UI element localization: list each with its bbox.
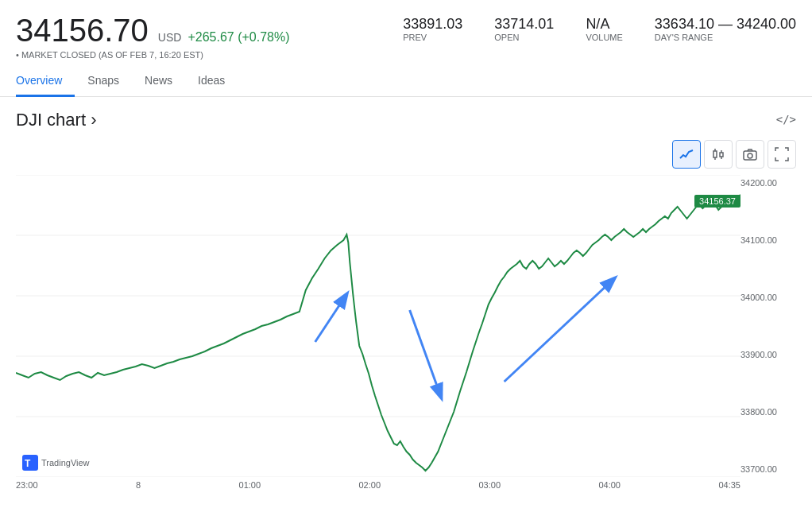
currency-label: USD: [158, 31, 182, 44]
stat-open: 33714.01 OPEN: [494, 16, 554, 42]
stat-prev: 33891.03 PREV: [403, 16, 462, 42]
chart-title[interactable]: DJI chart ›: [16, 110, 796, 130]
y-label-6: 33700.00: [740, 464, 796, 474]
stat-range-value: 33634.10 — 34240.00: [655, 16, 796, 33]
screenshot-button[interactable]: [736, 140, 764, 169]
svg-line-17: [505, 278, 615, 382]
candlestick-button[interactable]: [704, 140, 733, 169]
tab-snaps[interactable]: Snaps: [75, 66, 132, 97]
stat-range: 33634.10 — 34240.00 DAY'S RANGE: [655, 16, 796, 42]
svg-point-7: [748, 153, 752, 158]
stat-open-value: 33714.01: [494, 16, 554, 33]
stat-prev-value: 33891.03: [403, 16, 462, 33]
y-label-3: 34000.00: [740, 293, 796, 302]
candlestick-icon: [711, 147, 725, 161]
stat-volume-label: VOLUME: [586, 33, 622, 42]
chart-container: 34200.00 34100.00 34000.00 33900.00 3380…: [16, 175, 796, 477]
x-label-5: 03:00: [478, 480, 501, 490]
chart-svg: [16, 175, 740, 477]
x-label-3: 01:00: [239, 480, 261, 490]
chart-toolbar: [16, 140, 796, 169]
main-price: 34156.70: [16, 13, 149, 48]
tradingview-badge: T TradingView: [22, 455, 90, 471]
stat-volume: N/A VOLUME: [586, 16, 622, 42]
tab-news[interactable]: News: [132, 66, 185, 97]
y-label-5: 33800.00: [740, 407, 796, 417]
stat-prev-label: PREV: [403, 33, 462, 42]
nav-tabs: Overview Snaps News Ideas: [0, 66, 812, 97]
x-label-1: 23:00: [16, 480, 38, 490]
x-label-7: 04:35: [718, 480, 740, 490]
stat-open-label: OPEN: [494, 33, 554, 42]
svg-rect-0: [713, 151, 717, 157]
line-chart-button[interactable]: [672, 140, 701, 169]
y-label-4: 33900.00: [740, 350, 796, 359]
chart-section: DJI chart › </>: [0, 97, 812, 502]
camera-icon: [743, 147, 757, 161]
x-axis: 23:00 8 01:00 02:00 03:00 04:00 04:35: [16, 477, 796, 490]
fullscreen-icon: [775, 147, 789, 161]
svg-line-16: [410, 310, 442, 398]
y-label-2: 34100.00: [740, 235, 796, 245]
stat-range-label: DAY'S RANGE: [655, 33, 796, 42]
x-label-6: 04:00: [598, 480, 621, 490]
market-status: • MARKET CLOSED (AS OF FEB 7, 16:20 EST): [16, 50, 796, 60]
stat-volume-value: N/A: [586, 16, 622, 33]
stats-row: 33891.03 PREV 33714.01 OPEN N/A VOLUME 3…: [403, 16, 796, 42]
tab-ideas[interactable]: Ideas: [185, 66, 238, 97]
y-label-1: 34200.00: [740, 178, 796, 188]
svg-rect-3: [720, 153, 723, 157]
tradingview-logo: T: [22, 455, 38, 471]
line-chart-icon: [679, 147, 694, 161]
x-label-4: 02:00: [359, 480, 381, 490]
price-change: +265.67 (+0.78%): [188, 30, 289, 45]
svg-text:T: T: [25, 458, 31, 469]
fullscreen-button[interactable]: [768, 140, 796, 169]
x-label-2: 8: [136, 480, 141, 490]
svg-line-15: [315, 294, 347, 342]
tradingview-label: TradingView: [41, 458, 90, 468]
tab-overview[interactable]: Overview: [16, 66, 75, 97]
price-tag: 34156.37: [694, 195, 740, 208]
embed-icon[interactable]: </>: [776, 113, 796, 126]
